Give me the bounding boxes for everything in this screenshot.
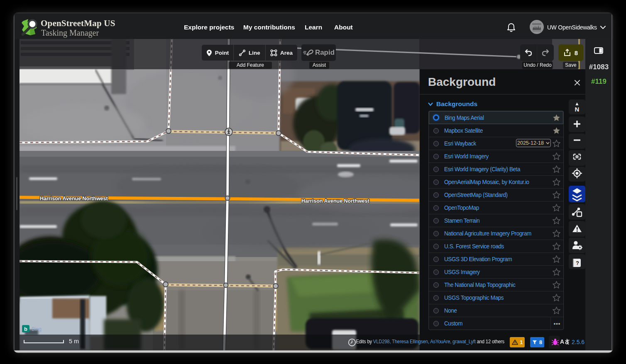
svg-text:Harrison Avenue Northwest: Harrison Avenue Northwest xyxy=(301,198,370,204)
svg-text:b: b xyxy=(24,326,27,332)
svg-text:N: N xyxy=(575,106,580,113)
svg-text:?: ? xyxy=(576,260,579,266)
svg-text:Harrison Avenue Northwest: Harrison Avenue Northwest xyxy=(40,196,108,201)
svg-text:Bing: Bing xyxy=(32,326,42,332)
